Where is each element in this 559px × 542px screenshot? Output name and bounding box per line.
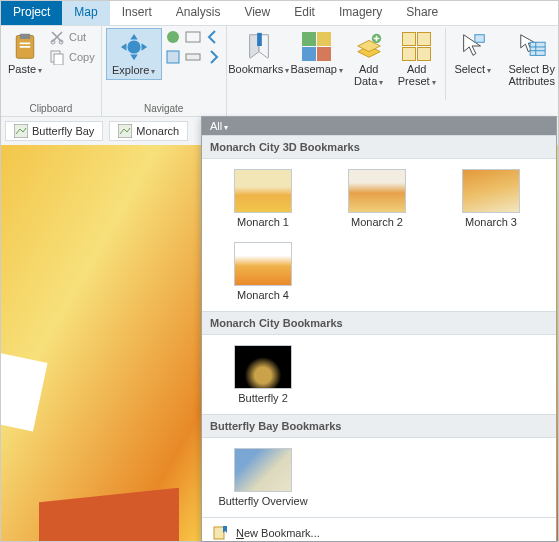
- svg-rect-22: [14, 124, 28, 138]
- paste-button[interactable]: Paste: [5, 28, 45, 78]
- new-bookmark-button[interactable]: New Bookmark...: [208, 522, 550, 542]
- bookmark-caption: Monarch 1: [237, 216, 289, 228]
- bookmark-caption: Butterfly 2: [238, 392, 288, 404]
- view-tab-butterfly-label: Butterfly Bay: [32, 125, 94, 137]
- copy-button[interactable]: Copy: [47, 48, 97, 66]
- tab-share[interactable]: Share: [394, 1, 450, 25]
- bookmarks-footer: New Bookmark... Manage Bookmarks: [202, 517, 556, 542]
- bookmarks-label: Bookmarks: [228, 63, 289, 76]
- bookmark-caption: Monarch 4: [237, 289, 289, 301]
- zoom-fixed-icon[interactable]: [184, 28, 202, 46]
- tab-map[interactable]: Map: [62, 1, 109, 25]
- svg-point-8: [127, 40, 140, 53]
- zoom-layer-icon[interactable]: [184, 48, 202, 66]
- bookmark-thumb: [462, 169, 520, 213]
- add-preset-label: Add Preset: [398, 63, 436, 88]
- svg-rect-24: [214, 527, 224, 539]
- group-rest: Bookmarks Basemap Add Data: [227, 26, 559, 116]
- select-button[interactable]: Select: [450, 28, 496, 78]
- select-icon: [457, 30, 489, 62]
- bookmark-thumb: [234, 448, 292, 492]
- bookmarks-filter[interactable]: All: [202, 117, 556, 135]
- next-extent-icon[interactable]: [204, 48, 222, 66]
- svg-rect-10: [186, 32, 200, 42]
- copy-icon: [49, 49, 65, 65]
- section-monarch: Monarch City Bookmarks: [202, 311, 556, 335]
- svg-rect-2: [20, 43, 31, 45]
- bookmark-thumb: [234, 169, 292, 213]
- svg-point-9: [167, 31, 179, 43]
- add-data-icon: [353, 30, 385, 62]
- bookmark-monarch-4[interactable]: Monarch 4: [216, 242, 310, 301]
- view-tab-monarch[interactable]: Monarch: [109, 121, 188, 141]
- cut-label: Cut: [69, 31, 86, 43]
- bookmark-caption: Monarch 3: [465, 216, 517, 228]
- bookmarks-icon: [243, 30, 275, 62]
- prev-extent-icon[interactable]: [204, 28, 222, 46]
- svg-rect-11: [167, 51, 179, 63]
- section-butterfly: Butterfly Bay Bookmarks: [202, 414, 556, 438]
- add-preset-icon: [401, 30, 433, 62]
- explore-label: Explore: [112, 64, 155, 77]
- select-by-attributes-icon: [516, 30, 548, 62]
- select-by-attr-label: Select By Attributes: [508, 63, 554, 87]
- add-preset-button[interactable]: Add Preset: [393, 28, 441, 90]
- svg-rect-18: [530, 42, 545, 55]
- add-data-label: Add Data: [354, 63, 383, 88]
- copy-label: Copy: [69, 51, 95, 63]
- basemap-label: Basemap: [290, 63, 342, 76]
- basemap-icon: [301, 30, 333, 62]
- tab-view[interactable]: View: [232, 1, 282, 25]
- bookmark-butterfly-2[interactable]: Butterfly 2: [216, 345, 310, 404]
- bookmark-caption: Monarch 2: [351, 216, 403, 228]
- bookmark-butterfly-overview[interactable]: Butterfly Overview: [216, 448, 310, 507]
- cut-icon: [49, 29, 65, 45]
- bookmark-caption: Butterfly Overview: [218, 495, 307, 507]
- svg-rect-3: [20, 46, 31, 48]
- tab-edit[interactable]: Edit: [282, 1, 327, 25]
- map-icon: [118, 124, 132, 138]
- basemap-button[interactable]: Basemap: [289, 28, 345, 78]
- menu-tabstrip: Project Map Insert Analysis View Edit Im…: [1, 1, 558, 25]
- group-label-empty: [231, 101, 559, 116]
- explore-button[interactable]: Explore: [106, 28, 162, 80]
- group-clipboard: Paste Cut Copy Clipboard: [1, 26, 102, 116]
- paste-icon: [9, 30, 41, 62]
- bookmark-monarch-1[interactable]: Monarch 1: [216, 169, 310, 228]
- ribbon: Paste Cut Copy Clipboard Explore: [1, 25, 558, 117]
- bookmark-monarch-2[interactable]: Monarch 2: [330, 169, 424, 228]
- add-data-button[interactable]: Add Data: [347, 28, 391, 90]
- bookmarks-dropdown: All Monarch City 3D Bookmarks Monarch 1 …: [201, 116, 557, 542]
- view-tab-monarch-label: Monarch: [136, 125, 179, 137]
- bookmark-monarch-3[interactable]: Monarch 3: [444, 169, 538, 228]
- tab-imagery[interactable]: Imagery: [327, 1, 394, 25]
- select-by-attributes-button[interactable]: Select By Attributes: [498, 28, 559, 89]
- view-tab-butterfly[interactable]: Butterfly Bay: [5, 121, 103, 141]
- group-label-clipboard: Clipboard: [5, 101, 97, 116]
- zoom-sel-icon[interactable]: [164, 48, 182, 66]
- bookmarks-button[interactable]: Bookmarks: [231, 28, 287, 78]
- section-monarch-3d: Monarch City 3D Bookmarks: [202, 135, 556, 159]
- new-bookmark-icon: [212, 525, 228, 541]
- map-icon: [14, 124, 28, 138]
- bookmark-thumb: [234, 242, 292, 286]
- cut-button[interactable]: Cut: [47, 28, 97, 46]
- svg-rect-1: [20, 34, 31, 39]
- select-label: Select: [454, 63, 491, 76]
- explore-icon: [118, 31, 150, 63]
- svg-rect-7: [54, 54, 63, 65]
- svg-rect-12: [186, 54, 200, 60]
- tab-insert[interactable]: Insert: [110, 1, 164, 25]
- fullextent-icon[interactable]: [164, 28, 182, 46]
- navigate-tool-grid: [164, 28, 222, 66]
- bookmark-thumb: [234, 345, 292, 389]
- svg-rect-17: [475, 35, 484, 43]
- tab-project[interactable]: Project: [1, 1, 62, 25]
- group-label-navigate: Navigate: [106, 101, 222, 116]
- group-navigate: Explore Navigate: [102, 26, 227, 116]
- separator: [445, 28, 446, 100]
- tab-analysis[interactable]: Analysis: [164, 1, 233, 25]
- paste-label: Paste: [8, 63, 42, 76]
- bookmark-thumb: [348, 169, 406, 213]
- new-bookmark-label: New Bookmark...: [236, 527, 320, 539]
